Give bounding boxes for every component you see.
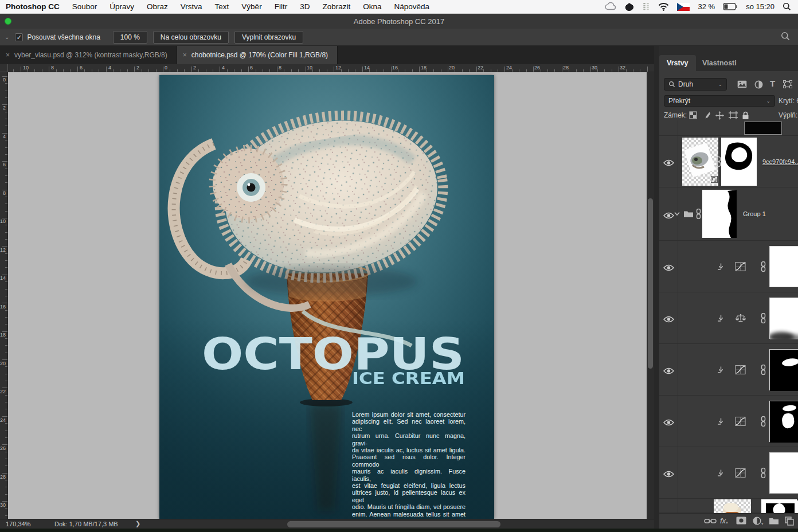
shape-layer-filter-icon[interactable] [783, 80, 792, 91]
layer-mask-link-icon[interactable] [760, 467, 766, 478]
layer-name[interactable]: 9cc970fc94... [762, 158, 798, 165]
layer-row-0[interactable] [659, 120, 798, 136]
status-columns-icon[interactable] [642, 2, 650, 11]
menu-pravy[interactable]: Úpravy [103, 0, 140, 13]
ruler-corner[interactable] [0, 64, 8, 72]
group-mask-thumbnail[interactable] [702, 190, 737, 238]
group-expander-icon[interactable] [674, 212, 680, 216]
spotlight-icon[interactable] [783, 2, 791, 11]
close-tab-icon[interactable]: × [183, 51, 187, 59]
menu-3d[interactable]: 3D [294, 0, 316, 13]
adjustment-mask-thumbnail[interactable] [769, 401, 798, 442]
zoom-level-field[interactable]: 170,34% [6, 521, 30, 527]
curves-adjustment-icon[interactable] [735, 261, 746, 271]
fill-screen-button[interactable]: Vyplnit obrazovku [234, 31, 303, 44]
layer-thumbnail[interactable] [714, 499, 751, 513]
layer-row-6[interactable] [659, 396, 798, 447]
curves-adjustment-icon[interactable] [735, 416, 746, 426]
layer-mask-link-icon[interactable] [760, 416, 766, 427]
wifi-icon[interactable] [658, 3, 669, 11]
layer-visibility-eye-icon[interactable] [663, 366, 675, 377]
adjustment-mask-thumbnail[interactable] [769, 452, 798, 494]
blend-mode-select[interactable]: Překrýt ⌄ [664, 95, 775, 107]
menu-text[interactable]: Text [209, 0, 236, 13]
horizontal-ruler[interactable]: 10864202468101214161820222426283032 [8, 64, 654, 72]
layer-mask-thumbnail[interactable] [761, 499, 797, 513]
pixel-layer-filter-icon[interactable] [737, 80, 747, 91]
menu-v-b-r[interactable]: Výběr [235, 0, 268, 13]
tab-vrstvy[interactable]: Vrstvy [659, 55, 696, 71]
adjustment-layer-filter-icon[interactable] [754, 80, 763, 91]
menu-photoshop-cc[interactable]: Photoshop CC [0, 0, 66, 13]
layer-row-5[interactable] [659, 344, 798, 396]
czech-flag-icon[interactable] [677, 3, 690, 11]
vertical-ruler[interactable]: 024681012141618202224262830 [0, 72, 8, 519]
link-layers-icon[interactable] [704, 517, 717, 527]
close-tab-icon[interactable]: × [6, 51, 10, 59]
tool-preset-chevron-icon[interactable]: ⌄ [0, 34, 15, 40]
layer-row-7[interactable] [659, 447, 798, 499]
menu-soubor[interactable]: Soubor [66, 0, 104, 13]
curves-adjustment-icon[interactable] [735, 365, 746, 374]
layer-visibility-eye-icon[interactable] [663, 158, 675, 169]
document-canvas[interactable]: OCTOPUS ICE CREAM Lorem ipsum dolor sit … [159, 75, 494, 519]
document-tab-2[interactable]: ×chobotnice.psd @ 170% (Color Fill 1,RGB… [177, 46, 338, 64]
menu-obraz[interactable]: Obraz [140, 0, 174, 13]
add-layer-mask-icon[interactable] [736, 517, 746, 527]
search-icon[interactable] [781, 32, 790, 42]
adjustment-mask-thumbnail[interactable] [769, 246, 798, 287]
pasteboard[interactable]: OCTOPUS ICE CREAM Lorem ipsum dolor sit … [8, 72, 647, 519]
ruler-tick [327, 69, 327, 72]
layer-row-4[interactable] [659, 292, 798, 344]
curves-adjustment-icon[interactable] [735, 468, 746, 478]
scroll-all-windows-option[interactable]: ✓ Posouvat všechna okna [15, 33, 100, 41]
layer-visibility-eye-icon[interactable] [663, 418, 675, 428]
layer-mask-link-icon[interactable] [760, 261, 766, 272]
new-layer-icon[interactable] [785, 517, 794, 528]
layer-thumbnail-black[interactable] [744, 122, 782, 135]
layer-name[interactable]: Group 1 [743, 210, 766, 217]
layer-filter-select[interactable]: Druh ⌄ [664, 78, 727, 91]
menu-zobrazit[interactable]: Zobrazit [316, 0, 357, 13]
layer-row-1[interactable]: 9cc970fc94... [659, 136, 798, 187]
adjustment-mask-thumbnail[interactable] [769, 349, 798, 390]
layer-mask-link-icon[interactable] [760, 312, 766, 323]
layer-visibility-eye-icon[interactable] [663, 470, 675, 480]
layer-thumbnail[interactable] [682, 138, 718, 186]
horizontal-scrollbar-thumb[interactable] [287, 521, 500, 527]
menu-vrstva[interactable]: Vrstva [174, 0, 209, 13]
fit-screen-button[interactable]: Na celou obrazovku [153, 31, 229, 44]
creative-cloud-icon[interactable] [605, 2, 616, 11]
ruler-tick [398, 69, 398, 72]
avast-icon[interactable] [624, 2, 634, 11]
ruler-tick [170, 69, 170, 72]
new-group-icon[interactable] [769, 517, 779, 527]
layer-visibility-eye-icon[interactable] [663, 263, 675, 273]
layer-visibility-eye-icon[interactable] [663, 211, 675, 221]
window-close-button[interactable] [5, 18, 11, 25]
status-options-chevron-icon[interactable]: ❯ [135, 520, 140, 527]
zoom-100-button[interactable]: 100 % [113, 31, 147, 44]
layer-row-8[interactable] [659, 499, 798, 513]
panel-divider[interactable] [654, 46, 659, 529]
tab-vlastnosti[interactable]: Vlastnosti [695, 55, 744, 71]
checkbox-icon[interactable]: ✓ [15, 33, 23, 41]
new-adjustment-layer-icon[interactable]: ▾ [753, 517, 764, 527]
layer-mask-link-icon[interactable] [695, 209, 702, 220]
adjustment-mask-thumbnail[interactable] [769, 298, 798, 339]
layer-visibility-eye-icon[interactable] [663, 315, 675, 325]
layer-mask-link-icon[interactable] [760, 364, 766, 375]
color-balance-adjustment-icon[interactable] [735, 314, 746, 323]
layer-mask-thumbnail[interactable] [721, 138, 757, 186]
layer-row-3[interactable] [659, 241, 798, 292]
menu-filtr[interactable]: Filtr [268, 0, 294, 13]
layer-style-fx-icon[interactable]: fx▾ [720, 517, 728, 525]
document-tab-1[interactable]: ×vyber_vlasu.psd @ 312% (kontrast masky,… [0, 46, 177, 64]
layer-row-2[interactable]: Group 1 [659, 187, 798, 241]
menu-n-pov-da[interactable]: Nápověda [388, 0, 436, 13]
type-layer-filter-icon[interactable]: T [770, 79, 775, 88]
ruler-tick [256, 69, 256, 72]
vertical-scrollbar[interactable] [647, 72, 654, 519]
vertical-scrollbar-thumb[interactable] [648, 198, 653, 369]
menu-okna[interactable]: Okna [357, 0, 388, 13]
